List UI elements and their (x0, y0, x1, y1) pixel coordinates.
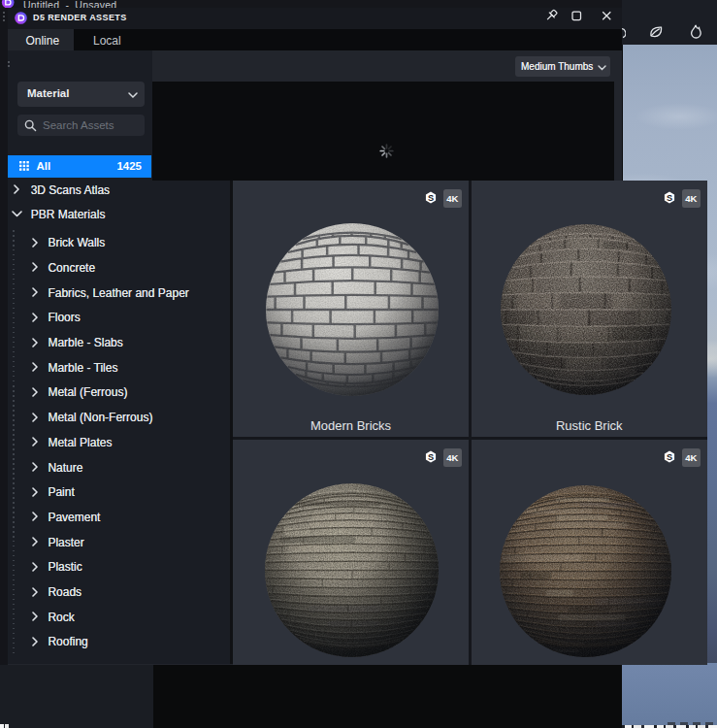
svg-text:S: S (667, 193, 672, 203)
svg-text:S: S (667, 452, 672, 462)
svg-text:S: S (428, 452, 434, 462)
svg-text:S: S (428, 193, 434, 203)
